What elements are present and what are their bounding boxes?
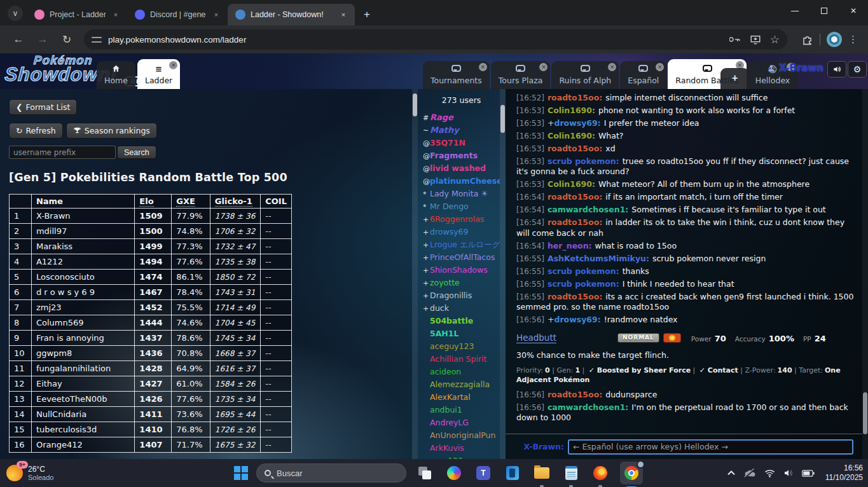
close-icon[interactable]: × [479,63,487,71]
current-user[interactable]: X-Brawn [767,62,823,74]
table-row[interactable]: 15 tuberculosis3d 1410 76.8% 1726 ± 26 -… [10,422,292,437]
add-room-tab[interactable]: + [720,68,749,89]
tab-home[interactable]: Home [97,61,135,89]
back-button[interactable]: ← [9,30,28,49]
table-row[interactable]: 8 Column569 1444 74.6% 1704 ± 45 -- [10,315,292,331]
room-tab[interactable]: × Ruins of Alph [551,61,619,89]
forward-button[interactable]: → [33,30,52,49]
bookmark-star-icon[interactable]: ☆ [770,33,780,46]
message-username[interactable]: scrub pokemon [548,266,619,276]
message-username[interactable]: roadto15oo [548,144,602,153]
window-minimize-button[interactable]: — [780,0,809,22]
message-username[interactable]: scrub pokemon [548,279,619,289]
table-row[interactable]: 5 Losconosciuto 1474 86.1% 1850 ± 72 -- [10,270,292,285]
tab-search-button[interactable]: v [8,6,23,21]
window-maximize-button[interactable] [809,0,839,22]
list-item[interactable]: *Lady Monita ☀ [423,188,500,200]
phone-link-button[interactable] [503,463,522,483]
list-item[interactable]: +duck [423,302,500,315]
list-item[interactable]: +zoyotte [423,277,500,289]
list-item[interactable]: andbui1 [423,404,500,416]
message-username[interactable]: camwardchosen1 [548,205,628,214]
table-row[interactable]: 10 ggwpm8 1436 70.8% 1668 ± 37 -- [10,346,292,361]
taskbar-clock[interactable]: 16:56 11/10/2025 [825,463,863,483]
window-close-button[interactable]: ✕ [839,0,868,22]
new-tab-button[interactable]: + [359,6,375,23]
task-view-button[interactable] [415,463,434,483]
password-key-icon[interactable] [729,34,741,45]
message-username[interactable]: Colin1690 [548,179,595,189]
list-item[interactable]: @platinumCheesec [423,175,500,188]
ladder-scrollbar[interactable] [412,89,418,459]
tab-ladder[interactable]: × ≡ Ladder [137,59,180,89]
search-button[interactable]: Search [117,146,156,159]
extensions-puzzle-icon[interactable] [801,34,813,46]
message-username[interactable]: roadto15oo [548,292,602,301]
message-username[interactable]: roadto15oo [548,217,602,227]
message-username[interactable]: camwardchosen1 [548,402,628,412]
list-item[interactable]: +Lrogue エルローグ☆ [423,238,500,251]
message-username[interactable]: Colin1690 [548,106,595,115]
list-item[interactable]: AnUnoriginalPun [423,429,500,442]
notepad-button[interactable] [561,463,581,483]
message-username[interactable]: roadto15oo [548,93,602,102]
message-username[interactable]: roadto15oo [548,390,602,399]
format-list-button[interactable]: ❮Format List [9,99,77,115]
list-item[interactable]: arno123 [423,455,500,459]
table-row[interactable]: 11 fungalannihilation 1428 64.9% 1616 ± … [10,361,292,376]
battery-icon[interactable] [802,470,815,477]
table-row[interactable]: 13 EeveetoTheN00b 1426 77.6% 1735 ± 34 -… [10,392,292,407]
scrollbar-thumb[interactable] [500,105,505,133]
message-username[interactable]: scrub pokemon [548,156,619,166]
message-username[interactable]: roadto15oo [548,192,602,202]
close-icon[interactable]: × [169,61,177,69]
table-row[interactable]: 4 A1212 1494 77.6% 1735 ± 38 -- [10,254,292,270]
refresh-button[interactable]: ↻Refresh [9,123,63,139]
message-username[interactable]: drowsy69 [554,118,600,128]
season-rankings-button[interactable]: Season rankings [66,123,157,139]
start-button[interactable] [234,466,248,480]
list-item[interactable]: #Rage [423,111,500,124]
list-item[interactable]: +ShionShadows [423,264,500,277]
table-row[interactable]: 6 d r o w s y 6 9 1467 78.4% 1743 ± 31 -… [10,285,292,300]
list-item[interactable]: *Mr Dengo [423,200,500,213]
message-username[interactable]: AshKetchumsMimikyu [548,254,649,263]
message-username[interactable]: drowsy69 [554,315,600,324]
reload-button[interactable]: ↻ [57,30,76,49]
tab-close-icon[interactable]: × [338,10,348,20]
list-item[interactable]: +6Roggenrolas [423,213,500,226]
file-explorer-button[interactable] [532,463,551,483]
list-item[interactable]: AndreyLG [423,416,500,429]
copilot-button[interactable] [444,463,464,483]
teams-button[interactable]: T [474,463,493,483]
message-username[interactable]: Colin1690 [548,131,595,141]
table-row[interactable]: 12 Eithay 1427 61.0% 1584 ± 26 -- [10,376,292,392]
chat-scrollbar[interactable] [862,89,868,459]
table-row[interactable]: 3 Marakiss 1499 77.3% 1732 ± 47 -- [10,239,292,254]
list-item[interactable]: +Dragonillis [423,289,500,302]
install-app-icon[interactable] [750,34,761,45]
room-tab[interactable]: × Tournaments [423,61,490,89]
close-icon[interactable]: × [608,63,616,71]
close-icon[interactable]: × [656,63,664,71]
url-text[interactable]: play.pokemonshowdown.com/ladder [108,35,720,45]
browser-tab[interactable]: Project - Ladder Achievements × [27,4,127,25]
table-row[interactable]: 9 Fran is annoying 1437 78.6% 1745 ± 34 … [10,331,292,346]
table-row[interactable]: 2 mdill97 1500 74.8% 1706 ± 32 -- [10,224,292,239]
tab-close-icon[interactable]: × [211,10,221,20]
onedrive-paused-icon[interactable] [743,469,756,478]
table-row[interactable]: 7 zmj23 1452 75.5% 1714 ± 49 -- [10,300,292,315]
table-row[interactable]: 1 X-Brawn 1509 77.9% 1738 ± 36 -- [10,209,292,224]
list-item[interactable]: @livid washed [423,162,500,175]
volume-icon[interactable] [783,469,794,477]
browser-tab[interactable]: Discord | #general | Challenge C × [127,4,228,25]
settings-button[interactable]: ⚙ [848,61,867,78]
chrome-button[interactable] [620,462,643,484]
list-item[interactable]: AlexKartal [423,391,500,404]
user-count[interactable]: 273 users [423,95,500,105]
list-item[interactable]: @35Q71N [423,137,500,149]
list-item[interactable]: acideon [423,366,500,378]
browser-tab[interactable]: Ladder - Showdown! × [228,4,355,25]
scrollbar-thumb[interactable] [863,392,867,434]
room-tab[interactable]: × Español [620,61,666,89]
